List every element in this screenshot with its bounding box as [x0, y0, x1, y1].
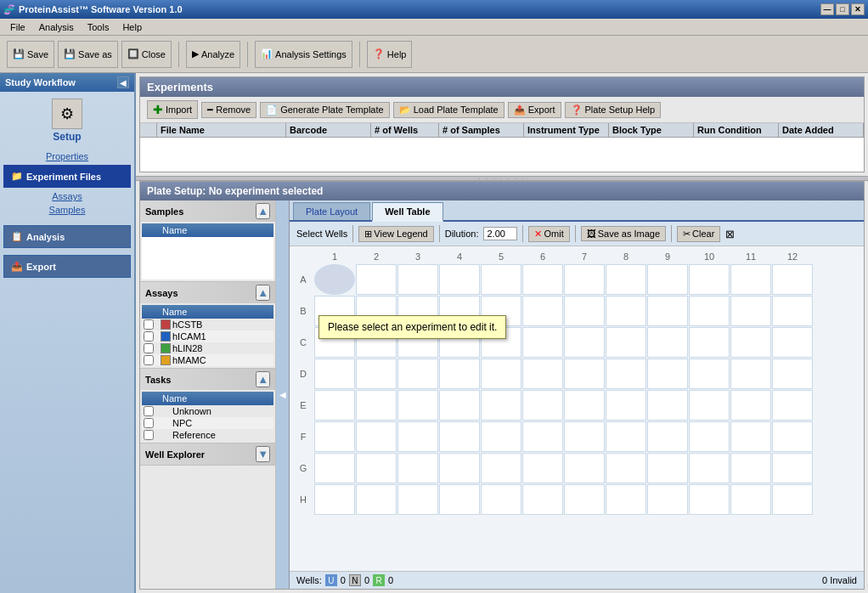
experiment-files-button[interactable]: 📁 Experiment Files — [3, 165, 131, 188]
plate-well-d4[interactable] — [439, 359, 480, 389]
plate-well-c8[interactable] — [606, 327, 646, 358]
omit-button[interactable]: ✕ Omit — [528, 226, 569, 242]
export-button[interactable]: 📤 Export — [3, 255, 131, 278]
plate-well-e6[interactable] — [522, 390, 563, 421]
plate-well-h2[interactable] — [356, 484, 397, 515]
menu-file[interactable]: File — [3, 20, 32, 34]
save-as-button[interactable]: 💾 Save as — [58, 41, 118, 68]
plate-well-e10[interactable] — [689, 390, 730, 421]
plate-well-b8[interactable] — [606, 296, 646, 326]
dilution-input[interactable] — [483, 227, 517, 240]
plate-well-f1[interactable] — [314, 421, 355, 452]
plate-well-e12[interactable] — [772, 390, 813, 421]
plate-well-h12[interactable] — [772, 484, 813, 515]
plate-well-a5[interactable] — [481, 264, 521, 295]
plate-well-b6[interactable] — [522, 296, 563, 326]
plate-well-a6[interactable] — [522, 264, 563, 295]
plate-well-f10[interactable] — [689, 421, 730, 452]
plate-well-c10[interactable] — [689, 327, 730, 358]
plate-well-b11[interactable] — [730, 296, 771, 326]
plate-well-f11[interactable] — [730, 421, 771, 452]
list-item[interactable]: Reference — [142, 429, 273, 441]
plate-well-d5[interactable] — [481, 359, 521, 389]
left-panel-collapse-button[interactable]: ◀ — [276, 200, 290, 589]
minimize-button[interactable]: — — [820, 3, 834, 15]
plate-well-h11[interactable] — [730, 484, 771, 515]
samples-link[interactable]: Samples — [3, 205, 131, 215]
samples-add-button[interactable]: ▲ — [256, 203, 270, 219]
plate-well-d11[interactable] — [730, 359, 771, 389]
plate-well-h6[interactable] — [522, 484, 563, 515]
plate-well-e1[interactable] — [314, 390, 355, 421]
close-toolbar-button[interactable]: 🔲 Close — [121, 41, 172, 68]
plate-well-e2[interactable] — [356, 390, 397, 421]
plate-well-h4[interactable] — [439, 484, 480, 515]
assay-checkbox-3[interactable] — [144, 355, 154, 365]
plate-well-d8[interactable] — [606, 359, 646, 389]
tab-well-table[interactable]: Well Table — [372, 202, 442, 222]
plate-well-a1[interactable] — [314, 264, 355, 295]
menu-analysis[interactable]: Analysis — [32, 20, 81, 34]
plate-well-d9[interactable] — [647, 359, 688, 389]
plate-well-a8[interactable] — [606, 264, 646, 295]
plate-well-g6[interactable] — [522, 453, 563, 483]
plate-well-h7[interactable] — [564, 484, 605, 515]
plate-well-e7[interactable] — [564, 390, 605, 421]
plate-well-g10[interactable] — [689, 453, 730, 483]
list-item[interactable]: hICAM1 — [142, 330, 273, 342]
plate-well-d12[interactable] — [772, 359, 813, 389]
sidebar-collapse-button[interactable]: ◀ — [117, 76, 129, 88]
assay-checkbox-0[interactable] — [144, 319, 154, 330]
plate-well-c12[interactable] — [772, 327, 813, 358]
maximize-button[interactable]: □ — [836, 3, 849, 15]
assays-link[interactable]: Assays — [3, 191, 131, 201]
plate-well-f3[interactable] — [397, 421, 438, 452]
plate-well-b7[interactable] — [564, 296, 605, 326]
plate-well-a7[interactable] — [564, 264, 605, 295]
assay-checkbox-2[interactable] — [144, 343, 154, 353]
task-checkbox-0[interactable] — [144, 406, 154, 416]
list-item[interactable]: Unknown — [142, 405, 273, 417]
plate-well-h9[interactable] — [647, 484, 688, 515]
analyze-button[interactable]: ▶ Analyze — [186, 41, 240, 68]
plate-well-h3[interactable] — [397, 484, 438, 515]
plate-well-c6[interactable] — [522, 327, 563, 358]
analysis-settings-button[interactable]: 📊 Analysis Settings — [255, 41, 352, 68]
list-item[interactable]: hLIN28 — [142, 342, 273, 354]
plate-well-g1[interactable] — [314, 453, 355, 483]
analysis-button[interactable]: 📋 Analysis — [3, 225, 131, 248]
plate-well-a10[interactable] — [689, 264, 730, 295]
task-checkbox-1[interactable] — [144, 418, 154, 428]
plate-well-h10[interactable] — [689, 484, 730, 515]
plate-well-a2[interactable] — [356, 264, 397, 295]
assays-add-button[interactable]: ▲ — [256, 285, 270, 301]
plate-well-g12[interactable] — [772, 453, 813, 483]
plate-well-g11[interactable] — [730, 453, 771, 483]
plate-well-b9[interactable] — [647, 296, 688, 326]
plate-well-d6[interactable] — [522, 359, 563, 389]
plate-well-f4[interactable] — [439, 421, 480, 452]
save-button[interactable]: 💾 Save — [7, 41, 54, 68]
plate-well-f9[interactable] — [647, 421, 688, 452]
plate-well-g9[interactable] — [647, 453, 688, 483]
plate-well-g8[interactable] — [606, 453, 646, 483]
assay-checkbox-1[interactable] — [144, 331, 154, 342]
plate-well-f7[interactable] — [564, 421, 605, 452]
plate-well-d3[interactable] — [397, 359, 438, 389]
load-plate-button[interactable]: 📂 Load Plate Template — [393, 102, 504, 118]
title-bar-controls[interactable]: — □ ✕ — [820, 3, 865, 15]
plate-well-e11[interactable] — [730, 390, 771, 421]
plate-well-f2[interactable] — [356, 421, 397, 452]
list-item[interactable]: NPC — [142, 417, 273, 429]
plate-well-g3[interactable] — [397, 453, 438, 483]
help-toolbar-button[interactable]: ❓ Help — [367, 41, 413, 68]
plate-well-a12[interactable] — [772, 264, 813, 295]
plate-well-a4[interactable] — [439, 264, 480, 295]
plate-well-e8[interactable] — [606, 390, 646, 421]
plate-well-e5[interactable] — [481, 390, 521, 421]
plate-setup-help-button[interactable]: ❓ Plate Setup Help — [565, 102, 662, 118]
clear-button[interactable]: ✂ Clear — [677, 226, 720, 242]
menu-help[interactable]: Help — [116, 20, 149, 34]
view-legend-button[interactable]: ⊞ View Legend — [358, 226, 433, 242]
plate-well-f6[interactable] — [522, 421, 563, 452]
